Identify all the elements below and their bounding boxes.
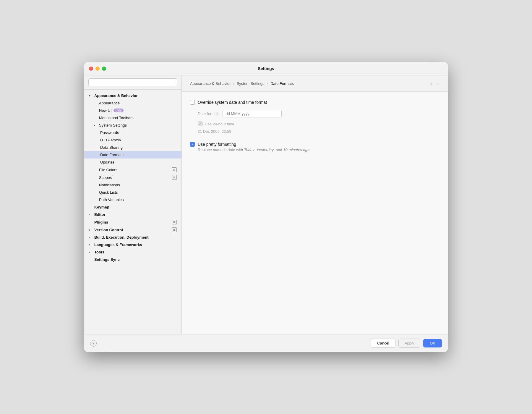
breadcrumb-item-2: System Settings [237,81,265,86]
sidebar-label: New UI [99,108,112,113]
sidebar-item-keymap[interactable]: Keymap [84,203,181,211]
date-format-input[interactable] [223,110,282,117]
breadcrumb-separator: › [267,81,268,86]
sidebar-label: File Colors [99,168,117,172]
sidebar-item-date-formats[interactable]: Date Formats [84,151,181,159]
help-button[interactable]: ? [90,340,97,347]
sidebar-label: Notifications [99,183,120,187]
sidebar-item-build[interactable]: › Build, Execution, Deployment [84,234,181,241]
breadcrumb-item-3: Date Formats [270,81,294,86]
sidebar: 🔍 ▾ Appearance & Behavior Appearance New… [84,75,182,334]
use-24hour-checkbox[interactable] [198,122,202,126]
sidebar-label: Keymap [94,205,109,209]
pretty-desc-yesterday: Yesterday [257,148,274,152]
pretty-description: Replace numeric date with Today, Yesterd… [198,148,439,152]
sidebar-label: Scopes [99,175,112,180]
forward-button[interactable]: › [436,80,439,87]
search-wrapper: 🔍 [88,78,177,86]
right-panel: Appearance & Behavior › System Settings … [182,75,448,334]
sidebar-item-system-settings[interactable]: ▾ System Settings [84,122,181,129]
sidebar-item-editor[interactable]: › Editor [84,211,181,218]
ok-button[interactable]: OK [423,339,442,347]
sidebar-label: Editor [94,212,106,217]
pretty-desc-today: Today [244,148,254,152]
sidebar-label: Plugins [94,220,108,224]
plugins-icon: ⊞ [172,220,177,224]
date-preview: 31 Dec 2000, 23:59 [198,129,439,134]
sidebar-label: HTTP Proxy [100,138,121,142]
pretty-row: Use pretty formatting [190,142,439,147]
sidebar-item-plugins[interactable]: Plugins ⊞ [84,218,181,226]
sidebar-item-quick-lists[interactable]: Quick Lists [84,189,181,196]
back-button[interactable]: ‹ [429,80,433,87]
chevron-down-icon: ▾ [94,124,97,127]
minimize-button[interactable] [95,67,100,71]
breadcrumb-item-1: Appearance & Behavior [190,81,231,86]
close-button[interactable] [89,67,93,71]
date-format-label: Date format: [198,111,219,116]
maximize-button[interactable] [102,67,106,71]
sidebar-item-data-sharing[interactable]: Data Sharing [84,144,181,151]
sidebar-label: Data Sharing [100,145,123,150]
sidebar-label: Tools [94,250,104,254]
window-title: Settings [258,66,274,71]
chevron-right-icon: › [89,243,93,246]
search-input[interactable] [88,78,177,86]
sidebar-item-notifications[interactable]: Notifications [84,181,181,189]
sidebar-item-appearance-behavior[interactable]: ▾ Appearance & Behavior [84,92,181,99]
sidebar-label: Appearance & Behavior [94,93,138,98]
main-content: 🔍 ▾ Appearance & Behavior Appearance New… [84,75,448,334]
sidebar-label: Appearance [99,101,120,105]
sidebar-item-appearance[interactable]: Appearance [84,99,181,107]
use-24hour-label: Use 24-hour time [205,122,234,126]
sidebar-item-languages[interactable]: › Languages & Frameworks [84,241,181,248]
beta-badge: Beta [113,109,124,112]
grid-icon: ⊞ [172,175,177,180]
sidebar-label: Menus and Toolbars [99,116,134,120]
comma2: , and [274,148,283,152]
file-colors-icon: ⊞ [172,167,177,172]
sidebar-item-menus-toolbars[interactable]: Menus and Toolbars [84,114,181,122]
sidebar-item-version-control[interactable]: › Version Control ⊞ [84,226,181,234]
chevron-right-icon: › [89,213,93,216]
vc-icon: ⊞ [172,227,177,232]
date-format-row: Date format: [198,110,439,117]
titlebar: Settings [84,62,448,75]
sidebar-label: Passwords [100,130,119,135]
sidebar-label: Quick Lists [99,190,118,195]
chevron-down-icon: ▾ [89,94,93,97]
cancel-button[interactable]: Cancel [371,339,395,348]
sidebar-item-path-variables[interactable]: Path Variables [84,196,181,203]
sidebar-item-updates[interactable]: Updates [84,159,181,166]
grid-icon: ⊞ [172,220,177,224]
sidebar-label: System Settings [99,123,127,127]
sidebar-nav: ▾ Appearance & Behavior Appearance New U… [84,90,181,334]
search-container: 🔍 [84,75,181,90]
sidebar-label: Version Control [94,228,123,232]
override-checkbox[interactable] [190,100,195,105]
sidebar-item-settings-sync[interactable]: Settings Sync [84,256,181,263]
sidebar-label: Updates [100,160,114,164]
scopes-icon: ⊞ [172,175,177,180]
sidebar-item-file-colors[interactable]: File Colors ⊞ [84,166,181,174]
override-row: Override system date and time format [190,100,439,105]
sidebar-item-scopes[interactable]: Scopes ⊞ [84,174,181,181]
pretty-section: Use pretty formatting Replace numeric da… [190,142,439,152]
comma1: , [254,148,257,152]
chevron-right-icon: › [89,236,93,239]
footer: ? Cancel Apply OK [84,334,448,352]
sidebar-label: Settings Sync [94,257,120,262]
pretty-checkbox[interactable] [190,142,195,147]
apply-button[interactable]: Apply [398,339,421,348]
grid-icon: ⊞ [172,227,177,232]
settings-content: Override system date and time format Dat… [182,92,448,334]
sidebar-item-http-proxy[interactable]: HTTP Proxy [84,136,181,144]
sidebar-label: Build, Execution, Deployment [94,235,148,240]
sidebar-item-passwords[interactable]: Passwords [84,129,181,136]
sidebar-item-new-ui[interactable]: New UI Beta [84,107,181,114]
chevron-right-icon: › [89,228,93,232]
preview-text: 31 Dec 2000, 23:59 [198,129,231,134]
chevron-right-icon: › [89,250,93,254]
sidebar-item-tools[interactable]: › Tools [84,248,181,256]
sidebar-label: Languages & Frameworks [94,242,142,247]
